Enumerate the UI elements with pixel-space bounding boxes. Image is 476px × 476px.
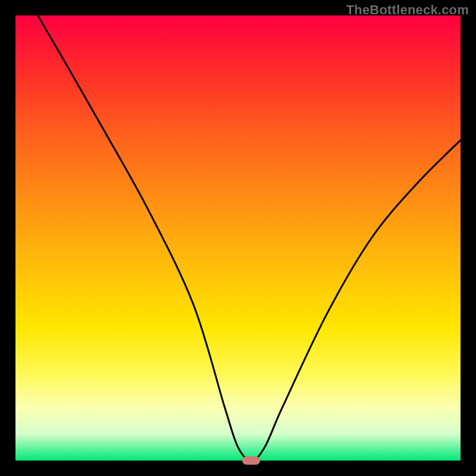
chart-frame: TheBottleneck.com bbox=[0, 0, 476, 476]
bottleneck-curve bbox=[15, 15, 461, 461]
optimal-point-marker bbox=[242, 456, 260, 465]
watermark-text: TheBottleneck.com bbox=[346, 2, 469, 18]
chart-plot-area bbox=[15, 15, 461, 461]
